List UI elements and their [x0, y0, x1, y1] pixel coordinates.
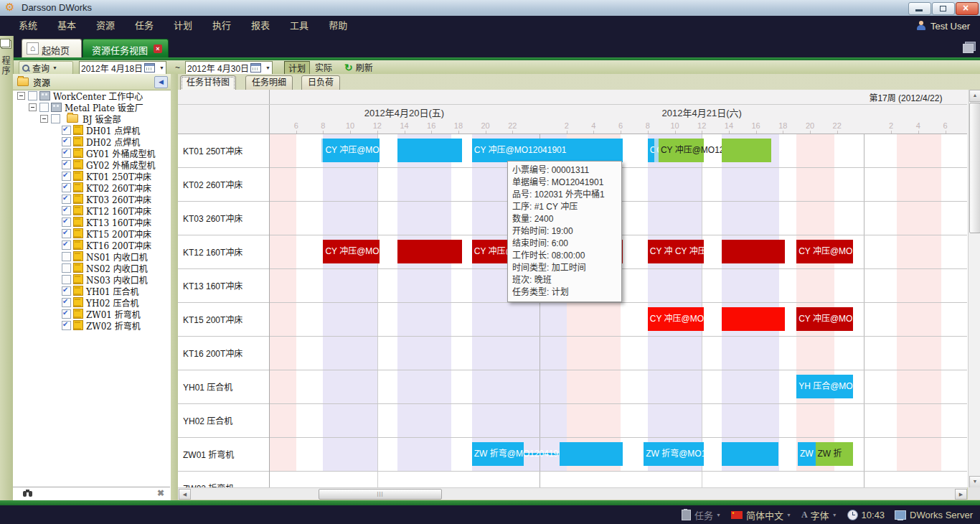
panel-splitter[interactable]	[171, 74, 178, 500]
tree-item-machine[interactable]: NS02 内收口机	[13, 262, 171, 273]
tree-item-machine[interactable]: KT03 260T冲床	[13, 193, 171, 205]
gantt-task-bar[interactable]: CY 冲压@MO1	[796, 307, 852, 331]
tree-checkbox[interactable]	[62, 275, 71, 284]
tab-resource-task-view[interactable]: 资源任务视图	[83, 39, 169, 58]
tree-checkbox[interactable]	[62, 240, 71, 250]
menu-item[interactable]: 计划	[164, 16, 202, 36]
dropdown-arrow-icon[interactable]: ▼	[716, 513, 721, 518]
menu-item[interactable]: 工具	[280, 16, 319, 36]
horizontal-scroll-thumb[interactable]: |||	[319, 489, 442, 500]
menu-item[interactable]: 任务	[125, 16, 164, 36]
status-item-clipboard[interactable]: 任务▼	[682, 508, 721, 522]
menu-item[interactable]: 基本	[47, 16, 86, 36]
actual-toggle-button[interactable]: 实际	[311, 61, 336, 73]
close-button[interactable]	[956, 2, 979, 15]
scroll-up-icon[interactable]: ▲	[969, 90, 980, 102]
tree-item-machine[interactable]: KT01 250T冲床	[13, 170, 171, 182]
tree-item-workcenter[interactable]: WorkCenter 工作中心	[13, 90, 171, 101]
tree-checkbox[interactable]	[62, 195, 71, 204]
menu-item[interactable]: 资源	[86, 16, 125, 36]
tree-checkbox[interactable]	[62, 160, 71, 169]
gantt-task-bar[interactable]: CY 冲压@MO1	[796, 240, 852, 263]
gantt-task-bar[interactable]: ZW 折	[816, 442, 853, 466]
clear-search-icon[interactable]: ✖	[157, 488, 164, 498]
tree-item-machine[interactable]: DH01 点焊机	[13, 124, 171, 136]
tree-item-machine[interactable]: YH02 压合机	[13, 296, 171, 308]
side-strip-label[interactable]: 程序	[1, 56, 11, 76]
date-to-field[interactable]: 2012年 4月30日 ▼	[185, 61, 273, 75]
status-item-flag[interactable]: 简体中文▼	[731, 508, 791, 522]
status-item-font[interactable]: A字体▼	[801, 508, 837, 522]
menu-item[interactable]: 执行	[202, 16, 241, 36]
date-from-dropdown-icon[interactable]: ▼	[159, 65, 164, 70]
dropdown-arrow-icon[interactable]: ▼	[786, 513, 791, 518]
tree-item-machine[interactable]: NS01 内收口机	[13, 251, 171, 262]
tree-item-department[interactable]: BJ 钣金部	[13, 113, 171, 124]
gantt-task-bar[interactable]	[560, 442, 623, 466]
query-button[interactable]: 查询 ▼	[19, 61, 73, 75]
window-cascade-icon[interactable]	[965, 42, 976, 51]
expand-collapse-icon[interactable]	[17, 92, 25, 100]
tab-home-page[interactable]: 起始页	[22, 39, 82, 58]
dock-panes-icon[interactable]	[1, 40, 11, 49]
tree-item-machine[interactable]: KT02 260T冲床	[13, 182, 171, 193]
view-tab[interactable]: 日负荷	[301, 75, 340, 90]
menu-item[interactable]: 报表	[241, 16, 280, 36]
vertical-scroll-thumb[interactable]	[969, 103, 980, 233]
tree-item-machine[interactable]: DH02 点焊机	[13, 136, 171, 147]
tree-checkbox[interactable]	[62, 206, 71, 215]
calendar-icon[interactable]	[250, 63, 261, 72]
calendar-icon[interactable]	[144, 63, 155, 72]
gantt-task-bar[interactable]: ZW 折弯@MO12041901	[644, 442, 704, 466]
tree-item-machine[interactable]: KT15 200T冲床	[13, 228, 171, 239]
gantt-task-bar[interactable]: CY 冲压@MO12041904	[323, 240, 379, 263]
gantt-task-bar[interactable]: CY 冲压@MO12041901	[323, 139, 379, 162]
tree-checkbox[interactable]	[62, 321, 71, 330]
gantt-task-bar[interactable]	[722, 240, 785, 263]
panel-collapse-button[interactable]: ◀	[154, 76, 168, 88]
binoculars-search-icon[interactable]	[23, 490, 33, 497]
menu-item[interactable]: 帮助	[319, 16, 357, 36]
dropdown-arrow-icon[interactable]: ▼	[832, 513, 837, 518]
tree-item-machine[interactable]: KT16 200T冲床	[13, 239, 171, 251]
scroll-right-icon[interactable]: ▶	[955, 489, 967, 500]
tree-item-machine[interactable]: YH01 压合机	[13, 285, 171, 296]
refresh-button[interactable]: ↻ 刷新	[344, 61, 373, 73]
gantt-task-bar[interactable]: CY 冲 CY 冲压@MO12041904	[648, 240, 704, 263]
minimize-button[interactable]	[908, 2, 931, 15]
tree-item-machine[interactable]: KT12 160T冲床	[13, 205, 171, 216]
gantt-task-bar[interactable]	[722, 442, 778, 466]
expand-collapse-icon[interactable]	[29, 103, 37, 111]
restore-button[interactable]	[932, 2, 955, 15]
tree-checkbox[interactable]	[51, 114, 60, 123]
gantt-task-bar[interactable]	[722, 139, 771, 162]
tree-checkbox[interactable]	[62, 217, 71, 227]
date-from-field[interactable]: 2012年 4月18日 ▼	[79, 61, 166, 75]
gantt-task-bar[interactable]	[397, 240, 462, 263]
scroll-left-icon[interactable]: ◀	[179, 489, 191, 500]
tree-checkbox[interactable]	[62, 183, 71, 192]
menu-item[interactable]: 系统	[9, 16, 47, 36]
tree-item-machine[interactable]: ZW02 折弯机	[13, 319, 171, 331]
gantt-task-bar[interactable]: YH 压合@MO1	[796, 375, 852, 398]
tree-checkbox[interactable]	[62, 172, 71, 181]
tree-checkbox[interactable]	[62, 309, 71, 319]
view-tab[interactable]: 任务明细	[245, 75, 293, 90]
gantt-task-bar[interactable]: ZW	[798, 442, 818, 466]
gantt-task-bar[interactable]: CY 冲压@MO12041901	[472, 139, 623, 162]
gantt-task-bar[interactable]: CY 冲压@MO12041903	[648, 307, 704, 331]
tree-checkbox[interactable]	[62, 126, 71, 135]
tree-checkbox[interactable]	[62, 149, 71, 158]
tree-checkbox[interactable]	[39, 103, 49, 112]
gantt-task-bar[interactable]	[722, 307, 785, 331]
tree-checkbox[interactable]	[62, 137, 71, 146]
status-item-clock[interactable]: 10:43	[847, 510, 885, 520]
tree-search-bar[interactable]: ✖	[13, 487, 170, 500]
tree-item-machine[interactable]: KT13 160T冲床	[13, 216, 171, 228]
gantt-task-bar[interactable]	[397, 139, 462, 162]
tree-checkbox[interactable]	[28, 91, 37, 100]
tree-item-factory[interactable]: Metal Plate 钣金厂	[13, 101, 171, 113]
tree-item-machine[interactable]: GY01 外桶成型机	[13, 147, 171, 159]
tree-item-machine[interactable]: ZW01 折弯机	[13, 308, 171, 319]
tree-checkbox[interactable]	[62, 229, 71, 238]
